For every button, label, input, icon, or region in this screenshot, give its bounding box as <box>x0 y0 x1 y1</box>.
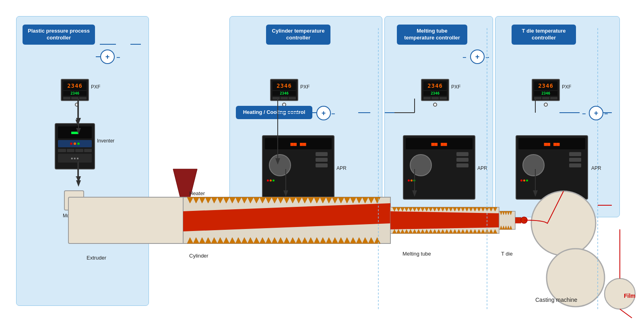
pxf2-sub-display: 2346 <box>280 91 289 95</box>
connector-dot-1 <box>75 103 79 107</box>
minus-sign-2b: − <box>331 110 335 118</box>
svg-rect-24 <box>68 197 185 243</box>
label-plastic-pressure: Plastic pressure process controller <box>23 25 95 45</box>
circle-plus-4: + <box>589 106 603 120</box>
casting-machine-text: Casting machine <box>535 297 577 303</box>
svg-rect-156 <box>515 217 521 223</box>
label-tdie-temp: T die temperature controller <box>512 25 576 45</box>
circle-plus-3: + <box>470 50 485 64</box>
pxf4-sub-display: 2346 <box>541 91 550 95</box>
minus-sign-4a: − <box>582 110 586 118</box>
heater-text: Heater <box>189 190 205 196</box>
svg-marker-22 <box>173 169 197 201</box>
cylinder-text: Cylinder <box>189 253 208 259</box>
apr2-display: ■■ ■■ <box>431 141 447 147</box>
pxf1-main-display: 2346 <box>67 82 83 89</box>
svg-marker-92 <box>390 211 499 229</box>
minus-sign-3b: − <box>485 54 489 61</box>
melting-tube-text: Melting tube <box>402 251 431 257</box>
label-melting-temp: Melting tube temperature controller <box>397 25 467 45</box>
apr3-display: ■■ ■■ <box>544 141 559 147</box>
circle-plus-2: + <box>316 106 331 120</box>
pxf-device-1: 2346 2346 <box>61 79 89 101</box>
inverter-device: ■■■ ■ ■ ■ <box>55 123 95 169</box>
minus-sign-3a: − <box>462 54 466 61</box>
connector-dot-3 <box>433 103 437 107</box>
minus-sign-4b: − <box>604 110 608 118</box>
pxf4-label: PXF <box>562 84 571 90</box>
extruder-text: Extruder <box>87 255 107 261</box>
svg-point-158 <box>531 191 596 256</box>
minus-sign-2: − <box>308 110 312 118</box>
pxf3-sub-display: 2346 <box>431 91 440 95</box>
apr1-display: ■■ ■■ <box>290 141 306 147</box>
connector-dot-4 <box>544 103 548 107</box>
tdie-text: T die <box>501 251 513 257</box>
pxf2-main-display: 2346 <box>277 82 292 89</box>
circle-plus-1: + <box>100 50 115 64</box>
minus-sign-1: − <box>116 54 120 61</box>
main-diagram: Plastic pressure process controller + − … <box>4 4 640 326</box>
machine-svg: Heater Cylinder Extruder Melting tube T … <box>16 165 636 314</box>
pxf-device-3: 2346 2346 <box>421 79 449 101</box>
inverter-label: Inventer <box>97 138 114 144</box>
pxf1-label: PXF <box>91 84 100 90</box>
pxf1-sub-display: 2346 <box>70 91 79 95</box>
pxf4-main-display: 2346 <box>538 82 553 89</box>
pxf-device-4: 2346 2346 <box>532 79 560 101</box>
label-heating-cooling: Heating / Cooling control <box>236 106 312 119</box>
film-text: Film <box>624 293 636 299</box>
pxf-device-2: 2346 2346 <box>270 79 298 101</box>
pxf3-label: PXF <box>451 84 460 90</box>
pxf2-label: PXF <box>300 84 310 90</box>
pxf3-main-display: 2346 <box>427 82 443 89</box>
label-cylinder-temp: Cylinder temperature controller <box>266 25 330 45</box>
svg-line-162 <box>620 309 632 318</box>
